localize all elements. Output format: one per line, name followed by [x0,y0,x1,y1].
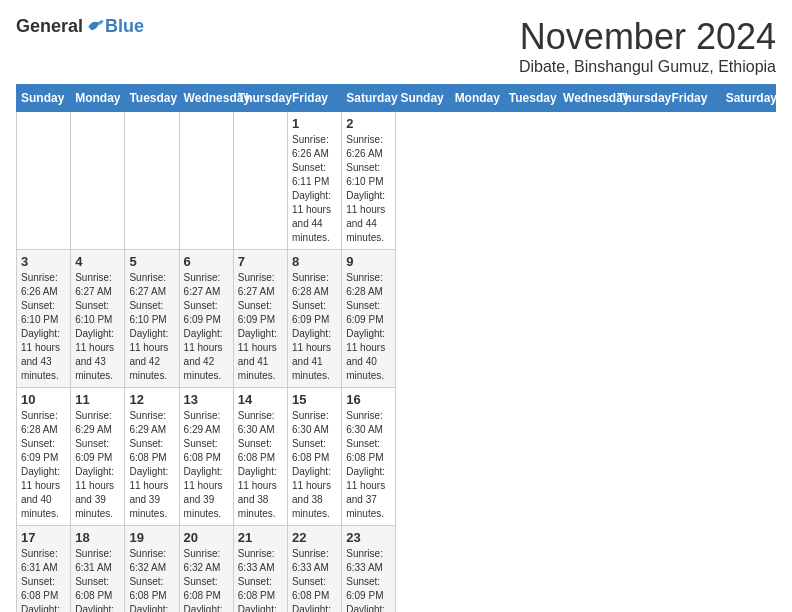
calendar-cell: 19Sunrise: 6:32 AM Sunset: 6:08 PM Dayli… [125,526,179,613]
header-sunday: Sunday [17,85,71,112]
day-number: 16 [346,392,391,407]
day-info: Sunrise: 6:26 AM Sunset: 6:11 PM Dayligh… [292,133,337,245]
day-info: Sunrise: 6:31 AM Sunset: 6:08 PM Dayligh… [21,547,66,612]
calendar-week-row: 1Sunrise: 6:26 AM Sunset: 6:11 PM Daylig… [17,112,776,250]
calendar-cell [233,112,287,250]
day-number: 17 [21,530,66,545]
header-saturday: Saturday [721,85,775,112]
day-number: 14 [238,392,283,407]
day-number: 15 [292,392,337,407]
calendar-cell: 23Sunrise: 6:33 AM Sunset: 6:09 PM Dayli… [342,526,396,613]
calendar-cell: 11Sunrise: 6:29 AM Sunset: 6:09 PM Dayli… [71,388,125,526]
day-number: 7 [238,254,283,269]
day-info: Sunrise: 6:29 AM Sunset: 6:09 PM Dayligh… [75,409,120,521]
calendar-header-row: SundayMondayTuesdayWednesdayThursdayFrid… [17,85,776,112]
calendar-week-row: 10Sunrise: 6:28 AM Sunset: 6:09 PM Dayli… [17,388,776,526]
day-info: Sunrise: 6:27 AM Sunset: 6:10 PM Dayligh… [129,271,174,383]
calendar-cell [125,112,179,250]
day-info: Sunrise: 6:32 AM Sunset: 6:08 PM Dayligh… [184,547,229,612]
header-wednesday: Wednesday [179,85,233,112]
day-number: 8 [292,254,337,269]
header-sunday: Sunday [396,85,450,112]
day-number: 18 [75,530,120,545]
day-info: Sunrise: 6:28 AM Sunset: 6:09 PM Dayligh… [21,409,66,521]
day-number: 11 [75,392,120,407]
header-tuesday: Tuesday [125,85,179,112]
day-info: Sunrise: 6:33 AM Sunset: 6:09 PM Dayligh… [346,547,391,612]
calendar-cell: 17Sunrise: 6:31 AM Sunset: 6:08 PM Dayli… [17,526,71,613]
logo-bird-icon [85,17,105,37]
header-monday: Monday [71,85,125,112]
calendar-cell: 3Sunrise: 6:26 AM Sunset: 6:10 PM Daylig… [17,250,71,388]
day-info: Sunrise: 6:30 AM Sunset: 6:08 PM Dayligh… [238,409,283,521]
day-number: 1 [292,116,337,131]
calendar-cell [71,112,125,250]
day-number: 23 [346,530,391,545]
day-number: 19 [129,530,174,545]
day-number: 9 [346,254,391,269]
day-info: Sunrise: 6:29 AM Sunset: 6:08 PM Dayligh… [129,409,174,521]
calendar-cell: 6Sunrise: 6:27 AM Sunset: 6:09 PM Daylig… [179,250,233,388]
header-friday: Friday [288,85,342,112]
header-thursday: Thursday [233,85,287,112]
day-info: Sunrise: 6:33 AM Sunset: 6:08 PM Dayligh… [238,547,283,612]
day-info: Sunrise: 6:30 AM Sunset: 6:08 PM Dayligh… [292,409,337,521]
header-saturday: Saturday [342,85,396,112]
logo: General Blue [16,16,144,37]
calendar-cell: 2Sunrise: 6:26 AM Sunset: 6:10 PM Daylig… [342,112,396,250]
calendar-cell: 18Sunrise: 6:31 AM Sunset: 6:08 PM Dayli… [71,526,125,613]
header-wednesday: Wednesday [559,85,613,112]
calendar-cell: 22Sunrise: 6:33 AM Sunset: 6:08 PM Dayli… [288,526,342,613]
calendar-cell: 15Sunrise: 6:30 AM Sunset: 6:08 PM Dayli… [288,388,342,526]
day-number: 6 [184,254,229,269]
month-title: November 2024 [519,16,776,58]
day-number: 12 [129,392,174,407]
day-number: 20 [184,530,229,545]
logo-blue-text: Blue [105,16,144,37]
day-info: Sunrise: 6:27 AM Sunset: 6:09 PM Dayligh… [184,271,229,383]
day-number: 21 [238,530,283,545]
day-number: 22 [292,530,337,545]
day-info: Sunrise: 6:28 AM Sunset: 6:09 PM Dayligh… [292,271,337,383]
calendar-cell: 13Sunrise: 6:29 AM Sunset: 6:08 PM Dayli… [179,388,233,526]
day-number: 2 [346,116,391,131]
calendar-cell: 9Sunrise: 6:28 AM Sunset: 6:09 PM Daylig… [342,250,396,388]
day-info: Sunrise: 6:31 AM Sunset: 6:08 PM Dayligh… [75,547,120,612]
calendar-cell: 5Sunrise: 6:27 AM Sunset: 6:10 PM Daylig… [125,250,179,388]
header-friday: Friday [667,85,721,112]
calendar-cell: 16Sunrise: 6:30 AM Sunset: 6:08 PM Dayli… [342,388,396,526]
title-area: November 2024 Dibate, Binshangul Gumuz, … [519,16,776,76]
calendar-cell: 21Sunrise: 6:33 AM Sunset: 6:08 PM Dayli… [233,526,287,613]
day-number: 10 [21,392,66,407]
page-header: General Blue November 2024 Dibate, Binsh… [16,16,776,76]
header-thursday: Thursday [613,85,667,112]
day-number: 5 [129,254,174,269]
day-info: Sunrise: 6:27 AM Sunset: 6:10 PM Dayligh… [75,271,120,383]
day-number: 4 [75,254,120,269]
day-info: Sunrise: 6:33 AM Sunset: 6:08 PM Dayligh… [292,547,337,612]
calendar-week-row: 17Sunrise: 6:31 AM Sunset: 6:08 PM Dayli… [17,526,776,613]
header-monday: Monday [450,85,504,112]
day-info: Sunrise: 6:27 AM Sunset: 6:09 PM Dayligh… [238,271,283,383]
calendar-cell: 8Sunrise: 6:28 AM Sunset: 6:09 PM Daylig… [288,250,342,388]
calendar-week-row: 3Sunrise: 6:26 AM Sunset: 6:10 PM Daylig… [17,250,776,388]
calendar-cell: 10Sunrise: 6:28 AM Sunset: 6:09 PM Dayli… [17,388,71,526]
calendar-cell [179,112,233,250]
day-info: Sunrise: 6:32 AM Sunset: 6:08 PM Dayligh… [129,547,174,612]
day-info: Sunrise: 6:26 AM Sunset: 6:10 PM Dayligh… [21,271,66,383]
calendar-cell [17,112,71,250]
calendar-table: SundayMondayTuesdayWednesdayThursdayFrid… [16,84,776,612]
calendar-cell: 12Sunrise: 6:29 AM Sunset: 6:08 PM Dayli… [125,388,179,526]
calendar-cell: 7Sunrise: 6:27 AM Sunset: 6:09 PM Daylig… [233,250,287,388]
day-info: Sunrise: 6:26 AM Sunset: 6:10 PM Dayligh… [346,133,391,245]
calendar-cell: 4Sunrise: 6:27 AM Sunset: 6:10 PM Daylig… [71,250,125,388]
calendar-cell: 14Sunrise: 6:30 AM Sunset: 6:08 PM Dayli… [233,388,287,526]
header-tuesday: Tuesday [504,85,558,112]
location-subtitle: Dibate, Binshangul Gumuz, Ethiopia [519,58,776,76]
day-info: Sunrise: 6:29 AM Sunset: 6:08 PM Dayligh… [184,409,229,521]
logo-general-text: General [16,16,83,37]
day-info: Sunrise: 6:28 AM Sunset: 6:09 PM Dayligh… [346,271,391,383]
day-number: 3 [21,254,66,269]
calendar-cell: 1Sunrise: 6:26 AM Sunset: 6:11 PM Daylig… [288,112,342,250]
day-number: 13 [184,392,229,407]
